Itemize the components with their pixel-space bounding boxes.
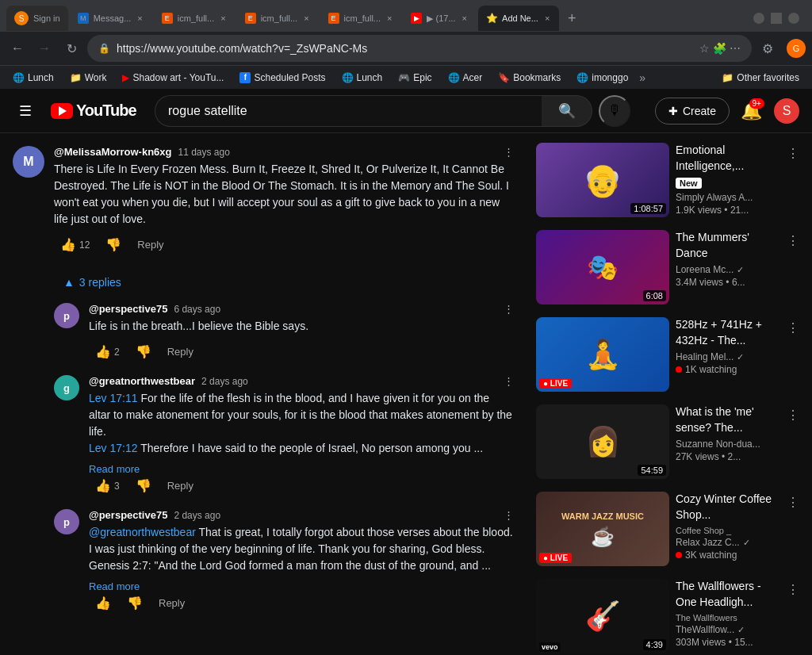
video-4-more-icon[interactable]: ⋮ — [783, 404, 802, 479]
extensions-icon[interactable]: 🧩 — [713, 42, 726, 55]
video-card-3[interactable]: 🧘 ● LIVE 528Hz + 741Hz + 432Hz - The... … — [533, 314, 806, 395]
reply-3-more-icon[interactable]: ⋮ — [504, 509, 514, 521]
reply-2-like-button[interactable]: 👍 3 — [89, 475, 126, 496]
bookmark-fb-scheduled[interactable]: f Scheduled Posts — [233, 70, 331, 86]
reply-3-reply-button[interactable]: Reply — [152, 594, 191, 612]
back-button[interactable]: ← — [6, 37, 29, 59]
lev-link-1[interactable]: Lev 17:11 — [89, 392, 138, 404]
bookmark-imonggo[interactable]: 🌐 imonggo — [570, 70, 634, 86]
reply-3: p @perspective75 2 days ago ⋮ @greatnort… — [54, 509, 514, 614]
comment-1-actions: 👍 12 👎 Reply — [54, 234, 514, 255]
comment-1-reply-button[interactable]: Reply — [131, 236, 170, 254]
tab-icm2[interactable]: E icm_full... × — [237, 6, 319, 31]
comment-1-dislike-button[interactable]: 👎 — [99, 234, 128, 255]
video-5-channel: Relax Jazz C... ✓ — [676, 537, 777, 548]
create-button[interactable]: ✚ Create — [655, 98, 730, 124]
reply-3-like-button[interactable]: 👍 — [89, 592, 117, 614]
video-card-2[interactable]: 🎭 6:08 The Mummers' Dance Loreena Mc... … — [533, 227, 806, 308]
reply-2-author[interactable]: @greatnorthwestbear — [89, 375, 195, 387]
tab-messages[interactable]: M Messag... × — [70, 6, 152, 31]
address-bar[interactable]: 🔒 https://www.youtube.com/watch?v=_ZsWPa… — [87, 35, 752, 62]
video-1-duration: 1:08:57 — [630, 203, 666, 214]
reply-3-author[interactable]: @perspective75 — [89, 509, 167, 521]
video-card-5[interactable]: WARM JAZZ MUSIC ☕ ● LIVE Cozy Winter Cof… — [533, 488, 806, 569]
menu-button[interactable]: ☰ — [13, 96, 38, 126]
comment-1-text: There is Life In Every Frozen Mess. Burn… — [54, 161, 514, 228]
tab-icm3[interactable]: E icm_full... × — [320, 6, 402, 31]
tab-add-new-close[interactable]: × — [543, 12, 551, 25]
tab-sign-in[interactable]: S Sign in — [6, 6, 68, 31]
comment-1-like-button[interactable]: 👍 12 — [54, 234, 96, 255]
user-avatar[interactable]: S — [774, 98, 799, 124]
tab-add-new[interactable]: ⭐ Add Ne... × — [478, 6, 559, 31]
video-6-subtitle: The Wallflowers — [676, 613, 777, 622]
comment-1-like-count: 12 — [79, 239, 90, 251]
bookmark-other-favorites[interactable]: 📁 Other favorites — [715, 70, 806, 86]
reply-3-dislike-button[interactable]: 👎 — [121, 592, 149, 614]
replies-toggle[interactable]: ▲ 3 replies — [54, 271, 131, 293]
reply-2-more-icon[interactable]: ⋮ — [504, 375, 514, 387]
reply-1-avatar: p — [54, 303, 79, 328]
mention-link[interactable]: @greatnorthwestbear — [89, 526, 196, 538]
more-icon[interactable]: ⋯ — [730, 42, 741, 55]
reply-1-like-button[interactable]: 👍 2 — [89, 341, 126, 362]
reply-2-content: @greatnorthwestbear 2 days ago ⋮ Lev 17:… — [89, 375, 514, 496]
video-4-channel: Suzanne Non-dua... — [676, 439, 777, 450]
search-bar: 🔍 — [155, 95, 592, 127]
reply-1: p @perspective75 6 days ago ⋮ Life is in… — [54, 303, 514, 362]
tab-icm1[interactable]: E icm_full... × — [154, 6, 236, 31]
video-1-more-icon[interactable]: ⋮ — [783, 143, 802, 217]
video-1-channel: Simply Always A... — [676, 192, 777, 203]
bookmark-lunch[interactable]: 🌐 Lunch — [6, 70, 60, 86]
video-2-more-icon[interactable]: ⋮ — [783, 230, 802, 305]
tab-icm1-close[interactable]: × — [219, 12, 227, 25]
reply-2-reply-button[interactable]: Reply — [161, 477, 200, 495]
tab-youtube[interactable]: ▶ ▶ (17... × — [403, 6, 477, 31]
minimize-button[interactable] — [753, 13, 764, 24]
forward-button[interactable]: → — [33, 37, 56, 59]
search-input[interactable] — [155, 95, 542, 127]
close-button[interactable] — [788, 13, 799, 24]
video-6-more-icon[interactable]: ⋮ — [783, 579, 802, 653]
video-3-more-icon[interactable]: ⋮ — [783, 317, 802, 392]
tab-icm3-close[interactable]: × — [385, 12, 393, 25]
bookmark-bookmarks[interactable]: 🔖 Bookmarks — [492, 70, 567, 86]
bookmark-epic[interactable]: 🎮 Epic — [392, 70, 438, 86]
video-card-4[interactable]: 👩 54:59 What is the 'me' sense? The... S… — [533, 401, 806, 482]
bookmark-acer[interactable]: 🌐 Acer — [442, 70, 489, 86]
reply-3-read-more[interactable]: Read more — [89, 580, 514, 592]
profile-avatar[interactable]: G — [787, 39, 806, 58]
tab-messages-close[interactable]: × — [136, 12, 144, 25]
bookmark-shadow-art[interactable]: ▶ Shadow art - YouTu... — [116, 70, 230, 86]
bookmark-work[interactable]: 📁 Work — [63, 70, 113, 86]
video-5-more-icon[interactable]: ⋮ — [783, 492, 802, 566]
tab-icm2-close[interactable]: × — [302, 12, 310, 25]
reply-1-more-icon[interactable]: ⋮ — [504, 303, 514, 315]
reload-button[interactable]: ↻ — [60, 37, 82, 59]
bookmark-imonggo-label: imonggo — [592, 72, 628, 83]
reply-2-dislike-button[interactable]: 👎 — [129, 475, 158, 496]
reply-1-author[interactable]: @perspective75 — [89, 303, 167, 315]
comment-1-author[interactable]: @MelissaMorrow-kn6xg — [54, 146, 172, 158]
bookmark-star-icon[interactable]: ☆ — [699, 42, 710, 55]
browser-settings-icon[interactable]: ⚙ — [756, 37, 779, 59]
search-button[interactable]: 🔍 — [542, 95, 592, 127]
new-tab-button[interactable]: + — [561, 7, 583, 29]
reply-1-reply-button[interactable]: Reply — [161, 343, 200, 361]
tab-youtube-close[interactable]: × — [461, 12, 469, 25]
youtube-logo[interactable]: YouTube — [51, 102, 136, 120]
bookmark-lunch2[interactable]: 🌐 Lunch — [335, 70, 389, 86]
comment-1-more-icon[interactable]: ⋮ — [504, 146, 514, 158]
bookmark-fb-label: Scheduled Posts — [254, 72, 325, 83]
reply-3-content: @perspective75 2 days ago ⋮ @greatnorthw… — [89, 509, 514, 614]
mic-button[interactable]: 🎙 — [599, 95, 630, 127]
reply-2-read-more[interactable]: Read more — [89, 463, 514, 475]
maximize-button[interactable] — [771, 13, 782, 24]
video-card-6[interactable]: 🎸 vevo 4:39 The Wallflowers - One Headli… — [533, 576, 806, 655]
lev-link-2[interactable]: Lev 17:12 — [89, 442, 138, 454]
notifications-button[interactable]: 🔔 9+ — [736, 95, 768, 127]
reply-1-dislike-button[interactable]: 👎 — [129, 341, 158, 362]
video-card-1[interactable]: 👴 1:08:57 Emotional Intelligence,... New… — [533, 140, 806, 220]
bookmarks-overflow[interactable]: » — [639, 71, 645, 84]
verified-icon-3: ✓ — [737, 352, 744, 362]
